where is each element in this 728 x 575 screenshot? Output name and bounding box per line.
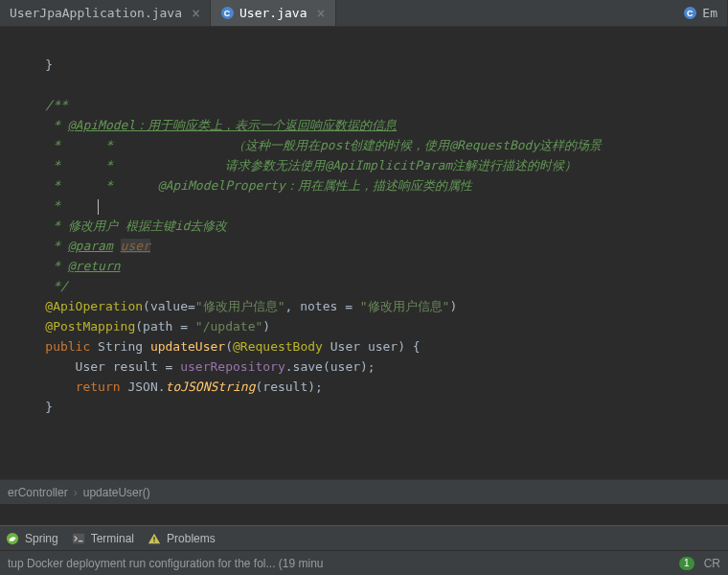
svg-rect-1 [73,533,84,543]
tab-label: UserJpaApplication.java [10,6,182,20]
chevron-right-icon: › [74,486,78,499]
svg-rect-3 [153,540,154,541]
text-caret [98,199,99,215]
close-icon[interactable]: × [192,5,200,22]
toolwindow-label: Problems [167,532,216,545]
tab-user[interactable]: C User.java × [211,0,335,26]
tab-label: Em [702,6,717,20]
toolwindow-terminal[interactable]: Terminal [72,532,134,545]
editor-tabs: UserJpaApplication.java × C User.java × … [0,0,728,27]
warning-icon [148,532,161,545]
terminal-icon [72,532,85,545]
class-icon: C [220,7,234,20]
line-ending-indicator[interactable]: CR [704,557,720,570]
notification-badge[interactable]: 1 [679,557,694,570]
toolwindow-label: Terminal [91,532,134,545]
breadcrumb-item[interactable]: erController [8,486,68,499]
toolwindow-label: Spring [25,532,58,545]
class-icon: C [683,7,696,20]
status-message: tup Docker deployment run configuration … [8,557,324,570]
close-icon[interactable]: × [317,5,326,22]
svg-rect-2 [153,537,154,540]
tab-em[interactable]: C Em [673,0,728,26]
toolwindow-spring[interactable]: Spring [6,532,58,545]
tab-label: User.java [239,6,307,20]
tab-userjpaapplication[interactable]: UserJpaApplication.java × [0,0,211,26]
code-editor[interactable]: } /** * @ApiModel：用于响应类上，表示一个返回响应数据的信息 *… [0,27,728,479]
breadcrumb-item[interactable]: updateUser() [83,486,150,499]
breadcrumb: erController › updateUser() [0,479,728,504]
status-bar: tup Docker deployment run configuration … [0,550,728,575]
tool-window-bar: Spring Terminal Problems [0,525,728,550]
spring-icon [6,532,19,545]
toolwindow-problems[interactable]: Problems [148,532,216,545]
